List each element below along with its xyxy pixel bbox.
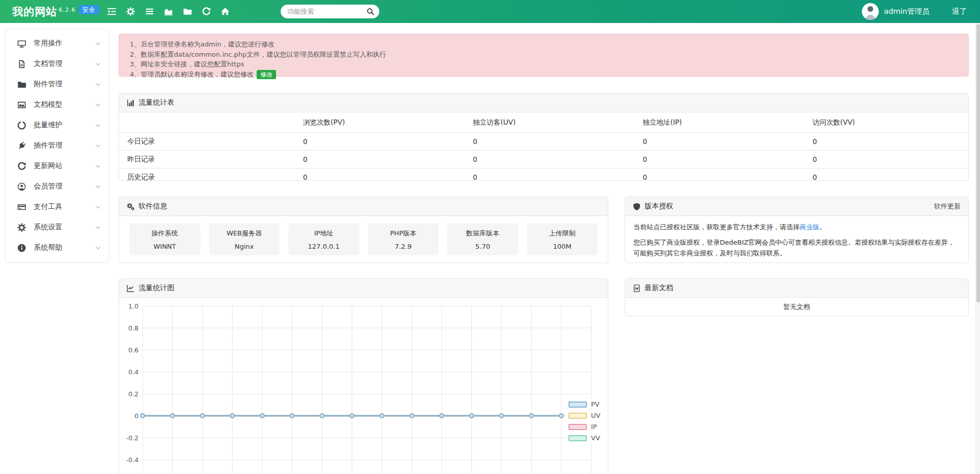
credit-card-icon xyxy=(17,203,26,211)
license-body: 当前站点已授权社区版，获取更多官方技术支持，请选择商业版。 您已购买了商业版授权… xyxy=(625,216,968,263)
cell-vv: 0 xyxy=(804,151,968,169)
files-button[interactable] xyxy=(183,7,192,16)
stats-button[interactable] xyxy=(164,7,173,16)
outdent-icon xyxy=(107,7,116,16)
sidebar-item-system-settings[interactable]: 系统设置 xyxy=(6,217,109,238)
col-header-ip: 独立地址(IP) xyxy=(634,112,804,133)
chevron-down-icon xyxy=(96,124,101,127)
table-row: 昨日记录 0 0 0 0 xyxy=(119,151,968,169)
chart-area-icon xyxy=(164,7,173,16)
card-value: 7.2.9 xyxy=(395,243,412,250)
sidebar-item-member-management[interactable]: 会员管理 xyxy=(6,176,109,197)
cell-pv: 0 xyxy=(295,151,465,169)
info-circle-icon xyxy=(17,244,26,252)
refresh-icon xyxy=(202,7,211,16)
refresh-button[interactable] xyxy=(202,7,211,16)
cell-ip: 0 xyxy=(634,169,804,181)
sidebar-item-attachment-management[interactable]: 附件管理 xyxy=(6,74,109,94)
search-icon[interactable] xyxy=(367,8,374,15)
row-label: 今日记录 xyxy=(119,133,295,151)
sidebar-item-system-help[interactable]: 系统帮助 xyxy=(6,238,109,258)
sidebar-item-label: 系统帮助 xyxy=(34,243,96,252)
svg-text:-0.2: -0.2 xyxy=(126,434,139,442)
alert-line: 4、管理员默认名称没有修改，建议您修改修改 xyxy=(130,69,958,80)
license-text: 。 xyxy=(819,223,826,231)
col-header-pv: 浏览次数(PV) xyxy=(295,112,465,133)
svg-text:0.6: 0.6 xyxy=(128,346,139,354)
panel-title: 版本授权 xyxy=(645,202,673,211)
panel-title: 最新文档 xyxy=(645,283,673,293)
sidebar-item-label: 常用操作 xyxy=(34,39,96,48)
svg-text:-0.4: -0.4 xyxy=(126,456,139,464)
refresh-icon xyxy=(17,162,26,171)
navbar-icon-menu xyxy=(107,7,230,16)
software-update-link[interactable]: 软件更新 xyxy=(934,202,961,211)
software-info-panel: 软件信息 操作系统WINNT WEB服务器Nginx IP地址127.0.0.1… xyxy=(119,197,608,263)
commercial-link[interactable]: 商业版 xyxy=(800,223,819,231)
cell-uv: 0 xyxy=(465,169,634,181)
cogs-icon xyxy=(127,203,134,210)
chart-legend: PVUVIPVV xyxy=(567,399,602,443)
search-input[interactable] xyxy=(281,5,379,18)
license-paragraph: 当前站点已授权社区版，获取更多官方技术支持，请选择商业版。 xyxy=(633,222,960,233)
user-name[interactable]: admin管理员 xyxy=(884,7,929,16)
cell-uv: 0 xyxy=(465,133,634,151)
sidebar-item-label: 系统设置 xyxy=(34,223,96,232)
docs-empty-state: 暂无文档 xyxy=(625,298,968,316)
sidebar-item-document-models[interactable]: 文档模型 xyxy=(6,94,109,115)
chevron-down-icon xyxy=(96,144,101,148)
settings-button[interactable] xyxy=(126,7,135,16)
sidebar-item-label: 更新网站 xyxy=(34,161,96,171)
user-icon xyxy=(17,182,26,191)
sidebar: 常用操作 文档管理 附件管理 文档模型 批量维护 插件管理 更新网站 会员管理 xyxy=(5,29,109,263)
version-label: 6.2.6 xyxy=(59,7,76,13)
legend-item: IP xyxy=(568,423,600,431)
chevron-down-icon xyxy=(96,83,101,86)
cell-vv: 0 xyxy=(804,169,968,181)
legend-label: UV xyxy=(591,412,600,419)
svg-text:1.0: 1.0 xyxy=(128,302,139,310)
sidebar-item-batch-maintenance[interactable]: 批量维护 xyxy=(6,115,109,135)
software-card-upload: 上传限制100M xyxy=(527,223,598,255)
sidebar-toggle-button[interactable] xyxy=(107,7,116,16)
legend-swatch xyxy=(568,401,587,408)
home-button[interactable] xyxy=(221,7,230,16)
software-card-ip: IP地址127.0.0.1 xyxy=(288,223,359,255)
row-label: 历史记录 xyxy=(119,169,295,181)
card-label: IP地址 xyxy=(314,229,333,238)
chevron-down-icon xyxy=(96,62,101,66)
sidebar-item-document-management[interactable]: 文档管理 xyxy=(6,54,109,74)
security-alert: 1、后台管理登录名称为admin，建议您进行修改 2、数据库配置data/com… xyxy=(119,34,969,77)
panel-header: 软件信息 xyxy=(119,197,608,216)
desktop-icon xyxy=(17,39,26,48)
card-value: WINNT xyxy=(153,243,176,250)
legend-label: IP xyxy=(591,423,597,431)
logout-link[interactable]: 退了 xyxy=(952,7,967,16)
card-label: PHP版本 xyxy=(390,229,416,238)
software-card-webserver: WEB服务器Nginx xyxy=(209,223,280,255)
panel-header: 流量统计表 xyxy=(119,93,968,112)
avatar[interactable] xyxy=(862,3,879,20)
scrollbar-thumb[interactable] xyxy=(976,24,980,302)
navbar-user-area: admin管理员 退了 xyxy=(862,3,980,20)
vertical-scrollbar xyxy=(975,23,980,474)
bars-icon xyxy=(145,7,154,16)
sidebar-item-payment-tools[interactable]: 支付工具 xyxy=(6,197,109,217)
security-badge[interactable]: 安全 xyxy=(79,5,99,14)
menu-button[interactable] xyxy=(145,7,154,16)
brand: 我的网站6.2.6安全 xyxy=(12,5,99,19)
traffic-chart: 1.00.80.60.40.20-0.2-0.4 xyxy=(119,298,608,474)
software-card-php: PHP版本7.2.9 xyxy=(368,223,439,255)
fix-button[interactable]: 修改 xyxy=(257,70,276,79)
sidebar-item-plugin-management[interactable]: 插件管理 xyxy=(6,135,109,156)
sidebar-item-common-operations[interactable]: 常用操作 xyxy=(6,33,109,54)
license-paragraph: 您已购买了商业版授权，登录DedeBIZ官网会员中心可查看相关授权信息。若授权结… xyxy=(633,238,960,259)
sidebar-item-label: 文档管理 xyxy=(34,59,96,68)
site-title: 我的网站 xyxy=(12,6,57,18)
card-label: 上传限制 xyxy=(549,229,576,238)
legend-swatch xyxy=(568,424,587,430)
card-value: 100M xyxy=(553,243,572,250)
sidebar-item-update-site[interactable]: 更新网站 xyxy=(6,156,109,176)
chart-body: 1.00.80.60.40.20-0.2-0.4 PVUVIPVV xyxy=(119,298,608,474)
shield-icon xyxy=(633,203,641,210)
